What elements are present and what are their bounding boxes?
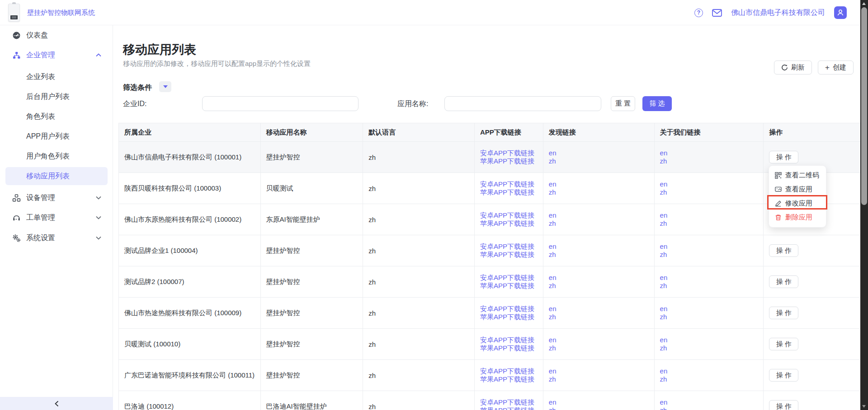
ios-download-link[interactable]: 苹果APP下载链接 bbox=[480, 344, 538, 353]
discover-link-en[interactable]: en bbox=[549, 149, 649, 158]
android-download-link[interactable]: 安卓APP下载链接 bbox=[480, 336, 538, 345]
discover-link-en[interactable]: en bbox=[549, 336, 649, 345]
company-cell: 广东巴诺迪智能环境科技有限公司 (100011) bbox=[119, 360, 261, 391]
sidebar-item-devices[interactable]: 设备管理 bbox=[0, 189, 113, 207]
company-id-input[interactable] bbox=[202, 96, 359, 111]
discover-link-en[interactable]: en bbox=[549, 305, 649, 313]
menu-item-edit-app[interactable]: 修改应用 bbox=[769, 196, 826, 210]
android-download-link[interactable]: 安卓APP下载链接 bbox=[480, 180, 538, 189]
discover-link-zh[interactable]: zh bbox=[549, 375, 649, 384]
menu-item-view-qrcode[interactable]: 查看二维码 bbox=[769, 168, 826, 182]
row-action-button[interactable]: 操 作 bbox=[769, 400, 798, 410]
row-action-button[interactable]: 操 作 bbox=[769, 338, 798, 350]
ios-download-link[interactable]: 苹果APP下载链接 bbox=[480, 375, 538, 384]
table-row: 佛山市信鼎电子科技有限公司 (100001) 壁挂炉智控 zh 安卓APP下载链… bbox=[119, 141, 860, 172]
ios-download-link[interactable]: 苹果APP下载链接 bbox=[480, 219, 538, 228]
sidebar-item-dashboard[interactable]: 仪表盘 bbox=[0, 26, 113, 44]
about-link-en[interactable]: en bbox=[660, 274, 758, 282]
page-actions: 刷新 + 创建 bbox=[774, 61, 854, 75]
row-action-button[interactable]: 操 作 bbox=[769, 307, 798, 319]
android-download-link[interactable]: 安卓APP下载链接 bbox=[480, 211, 538, 220]
create-button[interactable]: + 创建 bbox=[818, 61, 854, 75]
refresh-button[interactable]: 刷新 bbox=[774, 61, 812, 75]
scrollbar-thumb[interactable] bbox=[861, 7, 867, 205]
discover-link-zh[interactable]: zh bbox=[549, 282, 649, 290]
about-link-zh[interactable]: zh bbox=[660, 251, 758, 259]
android-download-link[interactable]: 安卓APP下载链接 bbox=[480, 305, 538, 313]
about-link-en[interactable]: en bbox=[660, 180, 758, 189]
about-link-zh[interactable]: zh bbox=[660, 282, 758, 290]
android-download-link[interactable]: 安卓APP下载链接 bbox=[480, 367, 538, 376]
sidebar-item-user-roles[interactable]: 用户角色列表 bbox=[5, 147, 108, 165]
about-link-en[interactable]: en bbox=[660, 242, 758, 251]
discover-link-en[interactable]: en bbox=[549, 367, 649, 376]
sidebar-item-backend-users[interactable]: 后台用户列表 bbox=[5, 88, 108, 106]
filter-collapse-toggle[interactable] bbox=[159, 81, 171, 92]
row-action-button[interactable]: 操 作 bbox=[769, 275, 798, 288]
help-icon[interactable]: ? bbox=[694, 9, 703, 17]
reset-button[interactable]: 重 置 bbox=[611, 96, 635, 111]
about-link-zh[interactable]: zh bbox=[660, 406, 758, 410]
ios-download-link[interactable]: 苹果APP下载链接 bbox=[480, 406, 538, 410]
table-header: 所属企业 移动应用名称 默认语言 APP下载链接 发现链接 关于我们链接 操作 bbox=[119, 123, 860, 141]
row-action-button[interactable]: 操 作 bbox=[769, 151, 798, 163]
ios-download-link[interactable]: 苹果APP下载链接 bbox=[480, 157, 538, 166]
android-download-link[interactable]: 安卓APP下载链接 bbox=[480, 398, 538, 407]
discover-link-zh[interactable]: zh bbox=[549, 251, 649, 259]
chevron-down-icon bbox=[96, 236, 101, 240]
discover-link-zh[interactable]: zh bbox=[549, 406, 649, 410]
avatar-button[interactable] bbox=[834, 6, 847, 19]
about-link-en[interactable]: en bbox=[660, 305, 758, 313]
sidebar-collapse-button[interactable] bbox=[0, 397, 113, 410]
app-name-input[interactable] bbox=[444, 96, 601, 111]
vertical-scrollbar[interactable] bbox=[860, 0, 868, 410]
discover-link-zh[interactable]: zh bbox=[549, 344, 649, 353]
sidebar-item-app-users[interactable]: APP用户列表 bbox=[5, 127, 108, 145]
mail-icon[interactable] bbox=[712, 9, 722, 17]
sidebar-item-enterprise-list[interactable]: 企业列表 bbox=[5, 68, 108, 86]
gauge-icon bbox=[12, 31, 21, 40]
android-download-link[interactable]: 安卓APP下载链接 bbox=[480, 274, 538, 282]
discover-link-zh[interactable]: zh bbox=[549, 157, 649, 166]
about-link-zh[interactable]: zh bbox=[660, 375, 758, 384]
ios-download-link[interactable]: 苹果APP下载链接 bbox=[480, 282, 538, 290]
sidebar-item-enterprise[interactable]: 企业管理 bbox=[0, 46, 113, 64]
row-action-button[interactable]: 操 作 bbox=[769, 369, 798, 382]
filter-submit-button[interactable]: 筛 选 bbox=[642, 96, 672, 111]
discover-link-en[interactable]: en bbox=[549, 398, 649, 407]
about-link-en[interactable]: en bbox=[660, 398, 758, 407]
action-dropdown-menu: 查看二维码 查看应用 修改应用 删除应用 bbox=[769, 165, 826, 228]
ios-download-link[interactable]: 苹果APP下载链接 bbox=[480, 251, 538, 259]
about-link-en[interactable]: en bbox=[660, 336, 758, 345]
sidebar-item-mobile-apps[interactable]: 移动应用列表 bbox=[5, 167, 108, 185]
discover-link-en[interactable]: en bbox=[549, 180, 649, 189]
sidebar-item-work-orders[interactable]: 工单管理 bbox=[0, 209, 113, 227]
app-name-cell: 壁挂炉智控 bbox=[261, 235, 363, 266]
discover-link-en[interactable]: en bbox=[549, 211, 649, 220]
ios-download-link[interactable]: 苹果APP下载链接 bbox=[480, 313, 538, 321]
ios-download-link[interactable]: 苹果APP下载链接 bbox=[480, 188, 538, 197]
row-action-button[interactable]: 操 作 bbox=[769, 244, 798, 257]
android-download-link[interactable]: 安卓APP下载链接 bbox=[480, 242, 538, 251]
scroll-up-arrow-icon[interactable] bbox=[862, 2, 866, 5]
about-link-zh[interactable]: zh bbox=[660, 157, 758, 166]
menu-item-delete-app[interactable]: 删除应用 bbox=[769, 210, 826, 224]
sidebar-item-roles[interactable]: 角色列表 bbox=[5, 107, 108, 126]
sidebar-item-system-settings[interactable]: 系统设置 bbox=[0, 229, 113, 247]
about-link-zh[interactable]: zh bbox=[660, 219, 758, 228]
about-link-en[interactable]: en bbox=[660, 367, 758, 376]
about-link-zh[interactable]: zh bbox=[660, 344, 758, 353]
about-link-zh[interactable]: zh bbox=[660, 188, 758, 197]
discover-link-zh[interactable]: zh bbox=[549, 188, 649, 197]
about-link-zh[interactable]: zh bbox=[660, 313, 758, 321]
discover-link-en[interactable]: en bbox=[549, 274, 649, 282]
company-name: 佛山市信鼎电子科技有限公司 bbox=[731, 8, 825, 18]
about-link-en[interactable]: en bbox=[660, 211, 758, 220]
about-link-en[interactable]: en bbox=[660, 149, 758, 158]
scroll-down-arrow-icon[interactable] bbox=[862, 405, 866, 408]
menu-item-view-app[interactable]: 查看应用 bbox=[769, 182, 826, 196]
discover-link-zh[interactable]: zh bbox=[549, 219, 649, 228]
discover-link-zh[interactable]: zh bbox=[549, 313, 649, 321]
android-download-link[interactable]: 安卓APP下载链接 bbox=[480, 149, 538, 158]
discover-link-en[interactable]: en bbox=[549, 242, 649, 251]
